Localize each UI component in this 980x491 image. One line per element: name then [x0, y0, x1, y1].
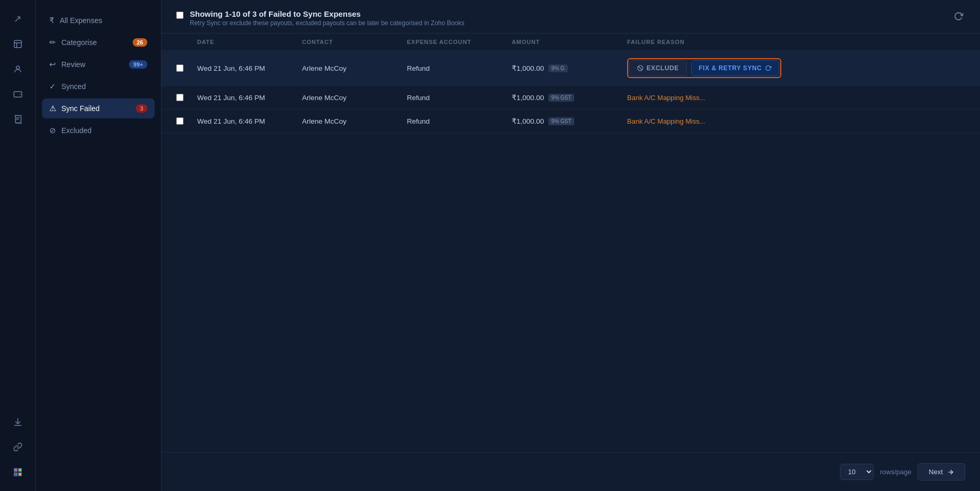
amount-value: ₹1,000.00	[512, 93, 544, 102]
sidebar-item-sync-failed[interactable]: ⚠ Sync Failed 3	[42, 99, 155, 118]
check-icon: ✓	[49, 82, 56, 91]
table-subtitle: Retry Sync or exclude these payouts, exc…	[190, 19, 465, 27]
row-account: Refund	[407, 117, 512, 125]
col-date: DATE	[197, 39, 302, 45]
retry-icon	[765, 65, 771, 71]
row-date: Wed 21 Jun, 6:46 PM	[197, 117, 302, 125]
warning-icon: ⚠	[49, 104, 56, 113]
exclude-button[interactable]: EXCLUDE	[629, 60, 687, 76]
sidebar-item-categorise[interactable]: ✏ Categorise 26	[42, 32, 155, 52]
col-amount: AMOUNT	[512, 39, 627, 45]
link-icon[interactable]	[7, 437, 28, 457]
failure-reason[interactable]: Bank A/C Mapping Miss...	[627, 117, 965, 125]
review-badge: 99+	[129, 60, 147, 69]
exclude-icon	[637, 65, 643, 71]
sync-failed-badge: 3	[136, 104, 147, 113]
col-contact: CONTACT	[302, 39, 407, 45]
failure-reason[interactable]: Bank A/C Mapping Miss...	[627, 94, 965, 102]
categorise-badge: 26	[133, 38, 147, 47]
sidebar-item-label: All Expenses	[60, 16, 102, 25]
row-date: Wed 21 Jun, 6:46 PM	[197, 94, 302, 102]
svg-rect-7	[14, 468, 17, 471]
person-icon[interactable]	[7, 59, 28, 80]
row-contact: Arlene McCoy	[302, 94, 407, 102]
row-amount: ₹1,000.00 9% G	[512, 64, 627, 72]
row-account: Refund	[407, 94, 512, 102]
sidebar-item-label: Sync Failed	[61, 104, 100, 113]
review-icon: ↩	[49, 60, 56, 69]
sidebar-item-label: Excluded	[61, 126, 92, 135]
col-failure: FAILURE REASON	[627, 39, 965, 45]
excluded-icon: ⊘	[49, 126, 56, 135]
table-body: Wed 21 Jun, 6:46 PM Arlene McCoy Refund …	[161, 51, 980, 452]
table-row: Wed 21 Jun, 6:46 PM Arlene McCoy Refund …	[161, 110, 980, 133]
row-checkbox[interactable]	[176, 117, 184, 125]
rows-per-page-select[interactable]: 10 25 50 100	[840, 464, 874, 480]
table-row: Wed 21 Jun, 6:46 PM Arlene McCoy Refund …	[161, 51, 980, 86]
wallet-icon[interactable]	[7, 84, 28, 105]
pagination: 10 25 50 100 rows/page Next	[161, 452, 980, 491]
svg-rect-8	[18, 468, 21, 471]
sidebar-item-label: Review	[61, 60, 85, 69]
column-headers: DATE CONTACT EXPENSE ACCOUNT AMOUNT FAIL…	[161, 34, 980, 51]
next-button[interactable]: Next	[918, 463, 965, 481]
edit-icon: ✏	[49, 38, 56, 47]
rows-per-page-label: rows/page	[880, 468, 911, 476]
col-account: EXPENSE ACCOUNT	[407, 39, 512, 45]
next-arrow-icon	[947, 468, 954, 476]
sidebar-item-label: Categorise	[61, 38, 97, 47]
svg-point-3	[16, 66, 19, 69]
sidebar-item-excluded[interactable]: ⊘ Excluded	[42, 121, 155, 140]
table-header: Showing 1-10 of 3 of Failed to Sync Expe…	[161, 0, 980, 34]
sidebar-item-review[interactable]: ↩ Review 99+	[42, 54, 155, 74]
gst-badge: 9% GST	[548, 117, 575, 125]
table-row: Wed 21 Jun, 6:46 PM Arlene McCoy Refund …	[161, 86, 980, 110]
svg-rect-9	[14, 473, 17, 476]
icon-sidebar: ↗	[0, 0, 36, 491]
row-checkbox[interactable]	[176, 64, 184, 72]
arrow-up-right-icon[interactable]: ↗	[7, 8, 28, 29]
document-icon[interactable]	[7, 34, 28, 54]
table-header-text: Showing 1-10 of 3 of Failed to Sync Expe…	[190, 9, 465, 27]
row-account: Refund	[407, 64, 512, 72]
row-checkbox[interactable]	[176, 94, 184, 101]
svg-rect-0	[14, 40, 21, 48]
action-buttons-wrapper: EXCLUDE FIX & RETRY SYNC	[627, 58, 781, 78]
svg-line-12	[638, 66, 642, 70]
download-icon[interactable]	[7, 411, 28, 432]
svg-rect-4	[14, 92, 21, 97]
gst-badge: 9% G	[548, 64, 568, 72]
fix-retry-button[interactable]: FIX & RETRY SYNC	[691, 60, 779, 76]
sidebar-item-label: Synced	[61, 82, 86, 91]
row-contact: Arlene McCoy	[302, 117, 407, 125]
row-contact: Arlene McCoy	[302, 64, 407, 72]
row-amount: ₹1,000.00 9% GST	[512, 93, 627, 102]
amount-value: ₹1,000.00	[512, 64, 544, 72]
nav-sidebar: ₹ All Expenses ✏ Categorise 26 ↩ Review …	[36, 0, 161, 491]
amount-value: ₹1,000.00	[512, 117, 544, 125]
receipt-icon[interactable]	[7, 109, 28, 130]
refresh-button[interactable]	[952, 9, 965, 26]
row-amount: ₹1,000.00 9% GST	[512, 117, 627, 125]
row-date: Wed 21 Jun, 6:46 PM	[197, 64, 302, 72]
table-title: Showing 1-10 of 3 of Failed to Sync Expe…	[190, 9, 465, 18]
row-failure-actions: EXCLUDE FIX & RETRY SYNC	[627, 58, 965, 78]
gst-badge: 9% GST	[548, 94, 575, 102]
svg-rect-10	[18, 473, 21, 476]
sidebar-item-all-expenses[interactable]: ₹ All Expenses	[42, 10, 155, 30]
rupee-icon: ₹	[49, 16, 55, 25]
main-content: Showing 1-10 of 3 of Failed to Sync Expe…	[161, 0, 980, 491]
sidebar-item-synced[interactable]: ✓ Synced	[42, 77, 155, 96]
grid-icon[interactable]	[7, 462, 28, 483]
select-all-checkbox[interactable]	[176, 12, 184, 19]
